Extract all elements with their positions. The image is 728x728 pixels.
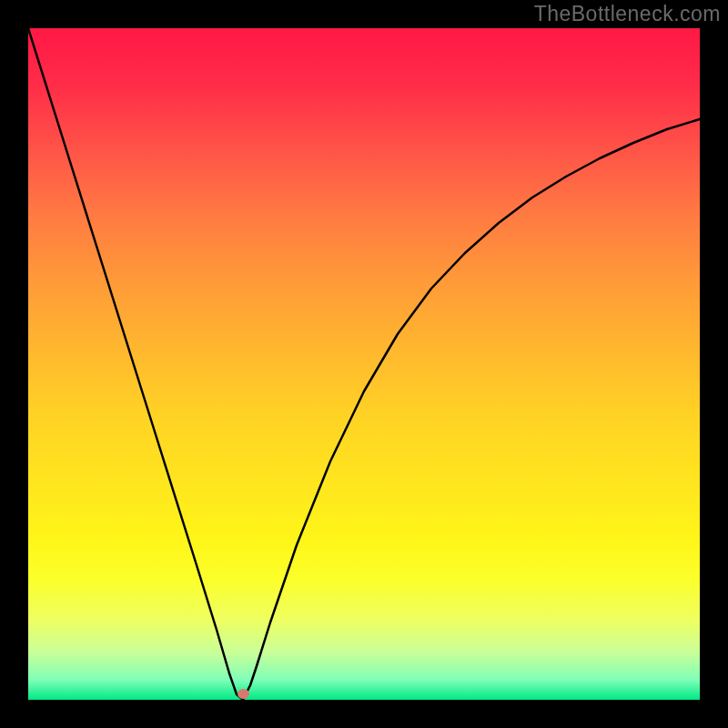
bottleneck-curve-plot — [28, 28, 700, 700]
watermark-text: TheBottleneck.com — [534, 2, 721, 26]
bottleneck-curve — [28, 28, 700, 700]
optimal-point-marker — [238, 689, 249, 699]
